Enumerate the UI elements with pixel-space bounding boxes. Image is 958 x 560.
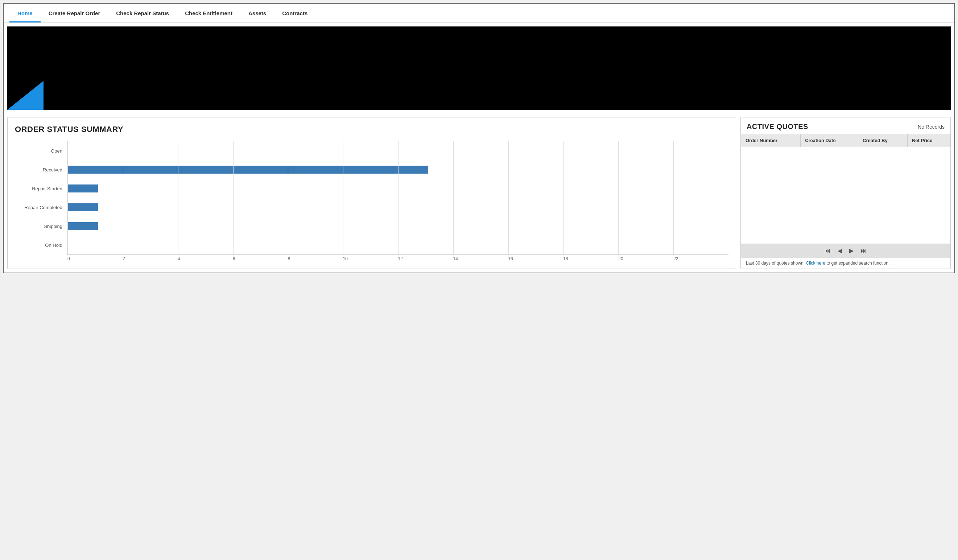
chart-grid-line [343,179,343,198]
quotes-empty-area [741,147,950,244]
chart-grid-line [508,179,509,198]
chart-grid-line [618,160,619,179]
quotes-footer: Last 30 days of quotes shown. Click here… [741,258,950,269]
chart-grid-line [123,198,123,217]
chart-grid-line [618,198,619,217]
chart-grid-line [673,179,674,198]
chart-grid-line [178,217,178,236]
chart-grid-line [673,198,674,217]
chart-grid-line [288,236,288,255]
chart-grid-line [563,179,564,198]
chart-grid-line [563,141,564,160]
chart-grid-line [453,141,454,160]
chart-grid-line [398,217,398,236]
chart-grid-line [563,160,564,179]
chart-grid-line [343,236,343,255]
nav-item-check-repair-status[interactable]: Check Repair Status [108,4,177,22]
hero-banner [7,27,951,110]
chart-grid-line [288,141,288,160]
chart-area: OpenReceivedRepair StartedRepair Complet… [15,141,728,255]
pagination-last-button[interactable]: ⏭ [859,247,869,255]
active-quotes-panel: ACTIVE QUOTES No Records Order Number Cr… [741,117,951,269]
chart-grid-line [178,179,178,198]
nav-item-assets[interactable]: Assets [240,4,274,22]
quotes-footer-link[interactable]: Click here [806,261,825,266]
pagination-first-button[interactable]: ⏮ [822,247,833,255]
chart-grid-line [343,198,343,217]
chart-grid-line [508,236,509,255]
chart-row: On Hold [15,236,728,255]
chart-grid-line [673,217,674,236]
quotes-footer-text: Last 30 days of quotes shown. [746,261,806,266]
col-creation-date: Creation Date [801,134,858,147]
nav-item-contracts[interactable]: Contracts [274,4,316,22]
chart-bar-label: Open [15,148,67,154]
chart-grid-line [453,217,454,236]
chart-grid-line [508,141,509,160]
x-axis-label: 8 [288,256,343,261]
x-axis-label: 4 [178,256,233,261]
chart-bar-area [67,141,728,160]
chart-grid-line [673,141,674,160]
chart-grid-line [178,160,178,179]
chart-grid-line [343,160,343,179]
chart-grid-line [453,198,454,217]
chart-grid-line [123,160,123,179]
chart-grid-line [673,160,674,179]
chart-grid-line [508,198,509,217]
order-status-panel: ORDER STATUS SUMMARY OpenReceivedRepair … [7,117,736,269]
pagination-next-button[interactable]: ▶ [847,247,856,255]
chart-grid-line [233,217,233,236]
chart-grid-line [673,236,674,255]
chart-grid-line [233,160,233,179]
nav-item-home[interactable]: Home [10,4,41,22]
chart-grid-line [123,179,123,198]
chart-bar-area [67,198,728,217]
chart-row: Repair Started [15,179,728,198]
no-records-label: No Records [918,124,945,130]
chart-grid-line [343,141,343,160]
col-created-by: Created By [858,134,907,147]
x-axis-label: 14 [453,256,508,261]
chart-grid-line [288,198,288,217]
chart-grid-line [398,141,398,160]
col-net-price: Net Price [907,134,950,147]
quotes-footer-suffix: to get expanded search function. [825,261,890,266]
quotes-table-header-row: Order Number Creation Date Created By Ne… [741,134,950,147]
nav-bar: Home Create Repair Order Check Repair St… [4,4,954,23]
chart-bar-area [67,160,728,179]
quotes-table: Order Number Creation Date Created By Ne… [741,134,950,147]
chart-grid-line [343,217,343,236]
x-axis-label: 6 [233,256,288,261]
chart-bar-label: Repair Started [15,186,67,191]
chart-grid-line [508,217,509,236]
chart-grid-line [178,141,178,160]
x-axis-label: 10 [343,256,398,261]
x-axis-label: 12 [398,256,453,261]
chart-bar-area [67,217,728,236]
chart-grid-line [398,179,398,198]
x-axis-label: 18 [563,256,618,261]
chart-grid-line [178,198,178,217]
pagination-prev-button[interactable]: ◀ [836,247,844,255]
chart-grid-line [618,217,619,236]
nav-item-create-repair-order[interactable]: Create Repair Order [41,4,108,22]
chart-grid-line [123,236,123,255]
chart-bar-area [67,179,728,198]
chart-grid-line [233,141,233,160]
chart-bar-label: Repair Completed [15,205,67,210]
chart-grid-line [398,160,398,179]
chart-bar-label: On Hold [15,242,67,248]
chart-grid-line [453,160,454,179]
hero-triangle-decoration [7,81,43,110]
nav-item-check-entitlement[interactable]: Check Entitlement [177,4,240,22]
chart-grid-line [123,141,123,160]
chart-bar-fill [68,166,428,174]
chart-grid-line [233,236,233,255]
chart-bar-label: Shipping [15,224,67,229]
main-content: ORDER STATUS SUMMARY OpenReceivedRepair … [4,114,954,272]
chart-grid-line [398,198,398,217]
quotes-title: ACTIVE QUOTES [747,122,808,131]
chart-row: Open [15,141,728,160]
chart-row: Repair Completed [15,198,728,217]
